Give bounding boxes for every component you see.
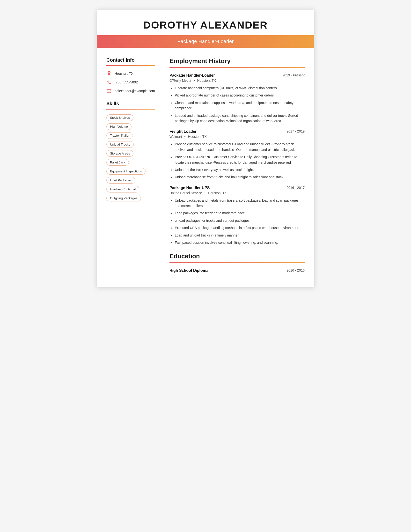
- edu-degree: High School Diploma: [169, 268, 208, 273]
- header-section: DOROTHY ALEXANDER: [97, 10, 314, 31]
- job-dates: 2019 - Present: [282, 73, 305, 77]
- location-text: Houston, TX: [115, 72, 133, 76]
- title-bar: Package Handler-Loader: [97, 35, 314, 48]
- contact-section: Contact Info Houston, TX: [106, 57, 155, 94]
- job-bullet-item: Load and unload trucks in a timely manne…: [175, 233, 305, 238]
- contact-email: dalexander@example.com: [106, 88, 155, 94]
- phone-icon: [106, 80, 112, 85]
- skill-tag: Load Packages: [106, 177, 135, 183]
- job-bullet-item: Executed UPS package handling methods in…: [175, 225, 305, 230]
- job-bullet-item: Cleaned and maintained supplies in work …: [175, 100, 305, 111]
- employment-section-title: Employment History: [169, 57, 305, 65]
- job-bullet-item: unload packages for trucks and sort out …: [175, 218, 305, 223]
- jobs-list: Package Handler-Loader2019 - PresentO'Re…: [169, 73, 305, 245]
- job-header: Package Handler UPS2016 - 2017: [169, 186, 305, 190]
- skills-list: Stock ShelvesHigh VolumeTractor TrailerU…: [106, 114, 155, 204]
- skills-divider: [106, 109, 155, 110]
- job-company: Walmart • Houston, TX: [169, 135, 305, 139]
- job-bullet-item: Provide OUTSTANDING Customer Service to …: [175, 154, 305, 165]
- resume-container: DOROTHY ALEXANDER Package Handler-Loader…: [97, 10, 314, 287]
- job-dates: 2016 - 2017: [287, 186, 305, 190]
- location-icon: [106, 71, 112, 76]
- contact-phone: (730) 555-5802: [106, 80, 155, 85]
- phone-text: (730) 555-5802: [115, 80, 138, 84]
- job-bullet-item: Fast paced position involves continual l…: [175, 240, 305, 245]
- svg-rect-0: [107, 89, 111, 92]
- job-entry: Package Handler-Loader2019 - PresentO'Re…: [169, 73, 305, 124]
- education-divider: [169, 262, 305, 263]
- job-bullet-item: Picked appropriate number of cases accor…: [175, 93, 305, 98]
- job-bullet-item: Unload merchandise from trucks and haul …: [175, 174, 305, 180]
- education-entry: High School Diploma2016 - 2016: [169, 268, 305, 273]
- job-bullets: Provide customer service to customers -L…: [169, 142, 305, 180]
- job-bullet-item: Provide customer service to customers -L…: [175, 142, 305, 152]
- candidate-name: DOROTHY ALEXANDER: [102, 19, 309, 31]
- contact-section-title: Contact Info: [106, 57, 155, 63]
- skill-tag: Involves Continual: [106, 186, 139, 192]
- education-section: Education High School Diploma2016 - 2016: [169, 252, 305, 273]
- job-company: O'Reilly Media • Houston, TX: [169, 79, 305, 83]
- job-title: Package Handler UPS: [169, 186, 210, 190]
- job-entry: Package Handler UPS2016 - 2017United Par…: [169, 186, 305, 246]
- job-dates: 2017 - 2019: [287, 129, 305, 133]
- email-text: dalexander@example.com: [115, 89, 155, 93]
- edu-dates: 2016 - 2016: [287, 268, 305, 272]
- skill-tag: High Volume: [106, 123, 131, 130]
- sidebar: Contact Info Houston, TX: [97, 57, 162, 273]
- skill-tag: Pallet Jack: [106, 159, 129, 166]
- skill-tag: Storage Areas: [106, 150, 133, 157]
- job-bullets: Unload packages and metals from trailers…: [169, 198, 305, 246]
- employment-divider: [169, 67, 305, 68]
- job-company: United Parcel Service • Houston, TX: [169, 191, 305, 195]
- job-bullet-item: Unload packages and metals from trailers…: [175, 198, 305, 209]
- contact-divider: [106, 65, 155, 66]
- job-entry: Freight Loader2017 - 2019Walmart • Houst…: [169, 129, 305, 180]
- job-title-banner: Package Handler-Loader: [177, 39, 234, 44]
- skill-tag: Unload Trucks: [106, 141, 134, 148]
- skill-tag: Equipment Inspections: [106, 168, 146, 175]
- skills-section: Skills Stock ShelvesHigh VolumeTractor T…: [106, 101, 155, 204]
- job-bullet-item: Operate handheld computers (RF units) at…: [175, 85, 305, 91]
- skills-section-title: Skills: [106, 101, 155, 106]
- skill-tag: Stock Shelves: [106, 114, 133, 121]
- contact-location: Houston, TX: [106, 71, 155, 76]
- body-section: Contact Info Houston, TX: [97, 48, 314, 273]
- job-bullet-item: Loaded and unloaded package cars, shippi…: [175, 113, 305, 124]
- edu-header: High School Diploma2016 - 2016: [169, 268, 305, 273]
- skill-tag: Outgoing Packages: [106, 195, 141, 201]
- job-header: Freight Loader2017 - 2019: [169, 129, 305, 134]
- main-content: Employment History Package Handler-Loade…: [162, 57, 314, 273]
- job-bullets: Operate handheld computers (RF units) at…: [169, 85, 305, 124]
- education-list: High School Diploma2016 - 2016: [169, 268, 305, 273]
- job-header: Package Handler-Loader2019 - Present: [169, 73, 305, 78]
- email-icon: [106, 88, 112, 94]
- employment-section: Employment History Package Handler-Loade…: [169, 57, 305, 245]
- job-title: Package Handler-Loader: [169, 73, 215, 78]
- skill-tag: Tractor Trailer: [106, 132, 133, 139]
- job-title: Freight Loader: [169, 129, 196, 134]
- education-section-title: Education: [169, 252, 305, 260]
- job-bullet-item: Load packages into feeder at a moderate …: [175, 210, 305, 216]
- job-bullet-item: Unloaded the truck everyday as well as s…: [175, 167, 305, 172]
